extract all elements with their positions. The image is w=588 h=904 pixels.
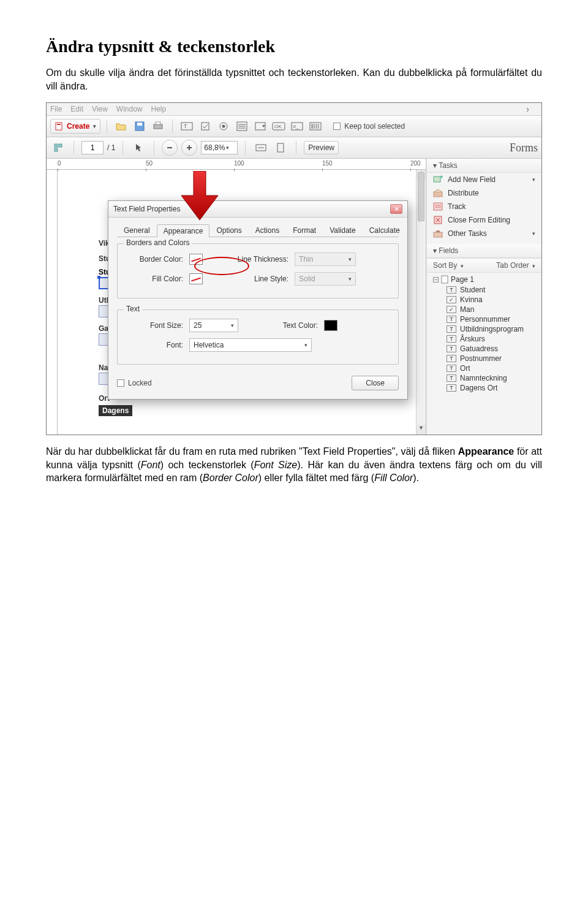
tab-validate[interactable]: Validate [323, 224, 362, 237]
font-size-dropdown[interactable]: 25 ▾ [189, 319, 238, 332]
tree-field-label: Dagens Ort [460, 384, 497, 392]
tree-field-item[interactable]: TDagens Ort [429, 383, 539, 393]
document-scrollbar[interactable]: ▲ ▼ [416, 170, 426, 435]
fit-width-button[interactable] [253, 140, 269, 156]
close-form-icon [433, 215, 443, 225]
menu-view[interactable]: View [92, 105, 108, 113]
print-button[interactable] [150, 118, 166, 134]
fit-page-button[interactable] [273, 140, 288, 156]
tab-appearance[interactable]: Appearance [157, 224, 210, 237]
zoom-out-button[interactable] [162, 140, 178, 156]
tree-field-item[interactable]: TÅrskurs [429, 334, 539, 344]
dialog-tabs: General Appearance Options Actions Forma… [117, 224, 399, 237]
mid-paragraph: När du har dubbelklickat får du fram en … [46, 445, 542, 485]
chevron-down-icon: ▾ [349, 256, 352, 262]
toolbar-view: / 1 68,8% ▾ [47, 137, 541, 159]
dialog-close-button[interactable]: ✕ [390, 204, 402, 214]
line-thickness-dropdown[interactable]: Thin ▾ [295, 253, 356, 266]
menu-file[interactable]: File [50, 105, 62, 113]
ruler-tick: 150 [47, 428, 48, 435]
tree-field-item[interactable]: TStudent [429, 285, 539, 295]
text-color-swatch[interactable] [324, 320, 337, 331]
checkbox-field-icon: ✓ [447, 296, 456, 303]
border-color-label: Border Color: [125, 255, 183, 264]
ruler-tick: 100 [234, 160, 244, 167]
minus-icon [166, 144, 173, 151]
current-page-input[interactable] [81, 141, 104, 154]
svg-rect-45 [436, 230, 440, 232]
svg-rect-34 [277, 143, 284, 152]
create-pdf-icon [55, 121, 64, 131]
tree-page-node[interactable]: − Page 1 [429, 274, 539, 285]
mid-text-segment: Border Color [203, 473, 258, 483]
svg-rect-26 [55, 144, 58, 147]
border-color-swatch[interactable] [189, 254, 203, 265]
radio-tool[interactable] [216, 118, 232, 134]
fit-page-icon [276, 143, 285, 153]
tree-field-item[interactable]: TPostnummer [429, 354, 539, 363]
task-close-form-editing[interactable]: Close Form Editing [427, 213, 541, 227]
task-other-tasks[interactable]: Other Tasks ▾ [427, 227, 541, 240]
scroll-thumb[interactable] [418, 172, 424, 221]
chevron-down-icon: ▾ [93, 123, 96, 129]
tree-field-item[interactable]: TUtbildningsprogram [429, 324, 539, 334]
sort-by-dropdown[interactable]: Sort By ▾ [433, 261, 464, 270]
task-distribute[interactable]: Distribute [427, 186, 541, 200]
dialog-close-action-button[interactable]: Close [352, 376, 399, 390]
text-field-tool[interactable]: T [179, 118, 195, 134]
task-track[interactable]: Track [427, 200, 541, 213]
page-thumbnails-button[interactable] [50, 140, 66, 156]
tab-options[interactable]: Options [209, 224, 248, 237]
group-text: Text Font Size: 25 ▾ Text Color: [117, 310, 399, 365]
signature-tool[interactable]: X_ [289, 118, 305, 134]
task-add-new-field[interactable]: + Add New Field ▾ [427, 173, 541, 186]
tab-general[interactable]: General [117, 224, 157, 237]
radio-icon [219, 121, 228, 131]
forms-panel-label: Forms [510, 142, 538, 154]
zoom-in-button[interactable] [181, 140, 197, 156]
tree-field-label: Namnteckning [460, 374, 507, 382]
open-button[interactable] [113, 118, 129, 134]
tree-field-item[interactable]: TOrt [429, 363, 539, 373]
listbox-tool[interactable] [234, 118, 250, 134]
locked-checkbox[interactable]: Locked [117, 379, 152, 387]
tab-format[interactable]: Format [286, 224, 323, 237]
checkbox-icon [200, 121, 210, 131]
zoom-level-input[interactable]: 68,8% ▾ [201, 141, 238, 154]
ruler-tick: 150 [322, 160, 333, 167]
checkbox-field-icon: ✓ [447, 306, 456, 313]
text-field-icon: T [447, 345, 456, 352]
ok-button-tool[interactable]: OK [271, 118, 287, 134]
preview-button[interactable]: Preview [304, 141, 339, 154]
scroll-down-button[interactable]: ▼ [417, 425, 426, 435]
tree-field-item[interactable]: ✓Kvinna [429, 295, 539, 305]
tab-actions[interactable]: Actions [249, 224, 286, 237]
checkbox-tool[interactable] [197, 118, 213, 134]
toolbox-icon [433, 229, 443, 238]
tab-calculate[interactable]: Calculate [363, 224, 407, 237]
dropdown-tool[interactable] [252, 118, 268, 134]
group-legend: Borders and Colors [124, 238, 192, 247]
menu-help[interactable]: Help [151, 105, 167, 113]
svg-text:OK: OK [274, 124, 282, 129]
menu-edit[interactable]: Edit [70, 105, 83, 113]
tree-field-item[interactable]: TNamnteckning [429, 373, 539, 383]
line-style-value: Solid [299, 275, 315, 283]
tree-field-label: Årskurs [460, 335, 485, 343]
fill-color-swatch[interactable] [189, 273, 203, 284]
tree-field-label: Kvinna [460, 295, 483, 304]
select-tool[interactable] [130, 140, 146, 156]
font-dropdown[interactable]: Helvetica ▾ [189, 338, 312, 352]
tree-field-item[interactable]: TPersonnummer [429, 314, 539, 324]
page-heading: Ändra typsnitt & teckenstorlek [46, 37, 542, 56]
task-label: Other Tasks [448, 229, 487, 238]
save-button[interactable] [132, 118, 148, 134]
keep-tool-checkbox[interactable]: Keep tool selected [333, 122, 405, 131]
tree-field-item[interactable]: TGatuadress [429, 344, 539, 354]
tree-field-item[interactable]: ✓Man [429, 305, 539, 314]
menu-window[interactable]: Window [116, 105, 143, 113]
line-style-dropdown[interactable]: Solid ▾ [295, 272, 356, 286]
tab-order-dropdown[interactable]: Tab Order ▾ [496, 261, 535, 270]
barcode-tool[interactable] [307, 118, 323, 134]
create-button[interactable]: Create ▾ [50, 119, 100, 134]
